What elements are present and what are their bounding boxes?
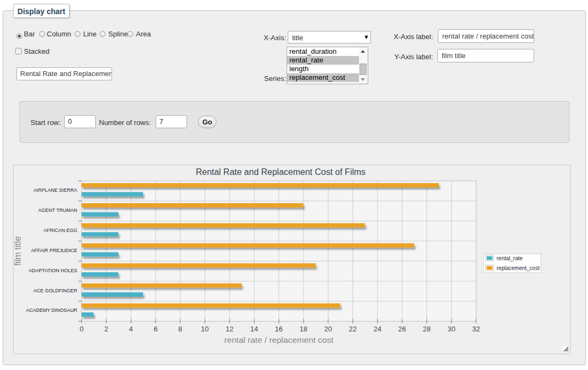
svg-text:10: 10 (201, 325, 208, 333)
svg-text:24: 24 (374, 325, 381, 333)
svg-text:4: 4 (129, 325, 133, 333)
svg-text:18: 18 (300, 325, 307, 333)
svg-text:16: 16 (275, 325, 282, 333)
svg-text:30: 30 (448, 325, 455, 333)
svg-text:26: 26 (398, 325, 406, 333)
svg-text:20: 20 (324, 325, 332, 333)
svg-text:2: 2 (104, 325, 108, 333)
svg-text:28: 28 (423, 325, 430, 333)
svg-text:Rental Rate and Replacement Co: Rental Rate and Replacement Cost of Film… (196, 167, 366, 177)
svg-text:14: 14 (250, 325, 258, 333)
svg-text:rental rate / replacement cost: rental rate / replacement cost (224, 335, 333, 344)
svg-text:replacement_cost: replacement_cost (497, 265, 540, 271)
svg-text:AFRICAN EGG: AFRICAN EGG (44, 228, 77, 233)
svg-text:6: 6 (153, 325, 157, 333)
svg-text:8: 8 (178, 325, 182, 333)
svg-text:22: 22 (349, 325, 356, 333)
svg-text:ACADEMY DINOSAUR: ACADEMY DINOSAUR (26, 308, 78, 313)
svg-text:AIRPLANE SIERRA: AIRPLANE SIERRA (33, 187, 77, 193)
svg-text:0: 0 (79, 325, 83, 333)
svg-text:32: 32 (472, 325, 480, 333)
svg-text:AFFAIR PREJUDICE: AFFAIR PREJUDICE (31, 248, 77, 253)
svg-text:AGENT TRUMAN: AGENT TRUMAN (38, 208, 77, 213)
svg-text:rental_rate: rental_rate (497, 255, 523, 261)
svg-text:ADAPTATION HOLES: ADAPTATION HOLES (29, 268, 77, 273)
svg-text:12: 12 (226, 325, 233, 333)
svg-text:film title: film title (13, 236, 22, 266)
svg-text:ACE GOLDFINGER: ACE GOLDFINGER (33, 288, 77, 293)
